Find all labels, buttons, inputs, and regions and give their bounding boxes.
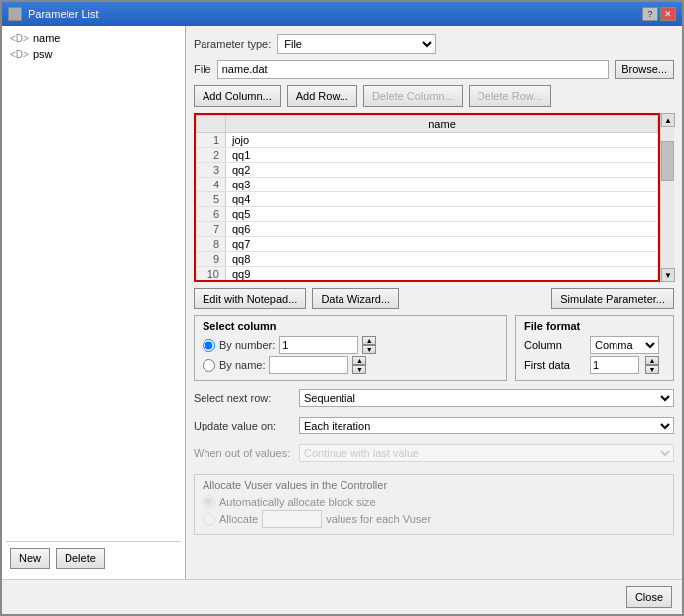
- close-title-button[interactable]: ✕: [660, 7, 676, 21]
- by-name-input[interactable]: [269, 356, 348, 374]
- manual-allocate-radio[interactable]: [203, 513, 215, 526]
- table-row[interactable]: 8qq7: [197, 237, 658, 252]
- row-num-cell: 4: [197, 178, 226, 192]
- file-row: File Browse...: [194, 60, 674, 79]
- when-out-label: When out of values:: [194, 447, 293, 459]
- title-bar: Parameter List ? ✕: [2, 2, 682, 26]
- dialog-title: Parameter List: [28, 8, 99, 20]
- row-name-cell: jojo: [226, 133, 658, 148]
- name-spinner-up[interactable]: ▲: [352, 356, 366, 365]
- select-column-box: Select column By number: ▲ ▼: [194, 315, 507, 381]
- table-row[interactable]: 2qq1: [197, 148, 658, 163]
- help-button[interactable]: ?: [642, 7, 658, 21]
- select-next-row-label: Select next row:: [194, 392, 293, 404]
- row-name-cell: qq1: [226, 148, 658, 163]
- first-data-row: First data ▲ ▼: [524, 356, 665, 374]
- file-label: File: [194, 63, 211, 75]
- by-number-label: By number:: [219, 339, 275, 351]
- select-next-row-select[interactable]: Sequential Random Unique: [299, 389, 674, 407]
- row-num-cell: 5: [197, 192, 226, 207]
- spinner-up[interactable]: ▲: [362, 336, 376, 345]
- first-data-input[interactable]: [590, 356, 639, 374]
- auto-allocate-row: Automatically allocate block size: [203, 495, 665, 508]
- update-value-row: Update value on: Each iteration Each occ…: [194, 417, 674, 434]
- table-row[interactable]: 3qq2: [197, 163, 658, 178]
- param-type-select[interactable]: File Table String Number: [277, 34, 436, 54]
- delete-row-button[interactable]: Delete Row...: [469, 85, 551, 107]
- row-name-cell: qq4: [226, 192, 658, 207]
- tree-item-psw[interactable]: <D> psw: [6, 46, 181, 62]
- spinner-down[interactable]: ▼: [362, 345, 376, 354]
- tree-icon-psw: <D>: [10, 49, 29, 60]
- column-format-select[interactable]: Comma Tab Space: [590, 336, 659, 354]
- browse-button[interactable]: Browse...: [615, 60, 674, 79]
- column-format-label: Column: [524, 339, 584, 351]
- row-num-cell: 3: [197, 163, 226, 178]
- first-data-spinner-up[interactable]: ▲: [645, 356, 659, 365]
- footer-close-button[interactable]: Close: [626, 586, 672, 608]
- row-num-cell: 2: [197, 148, 226, 163]
- table-row[interactable]: 6qq5: [197, 207, 658, 222]
- new-button[interactable]: New: [10, 548, 50, 569]
- when-out-select[interactable]: Continue with last value Abort Vuser Cyc…: [299, 444, 674, 462]
- tree-item-name[interactable]: <D> name: [6, 30, 181, 46]
- table-row[interactable]: 7qq6: [197, 222, 658, 237]
- delete-column-button[interactable]: Delete Column...: [363, 85, 463, 107]
- table-scrollbar[interactable]: ▲ ▼: [660, 113, 674, 282]
- edit-notepad-button[interactable]: Edit with Notepad...: [194, 288, 306, 309]
- dialog-footer: Close: [2, 579, 682, 614]
- by-number-input[interactable]: [279, 336, 358, 354]
- by-number-radio[interactable]: [203, 339, 215, 352]
- tree-label-psw: psw: [33, 48, 53, 60]
- row-num-cell: 6: [197, 207, 226, 222]
- simulate-param-button[interactable]: Simulate Parameter...: [551, 288, 674, 309]
- dialog-icon: [8, 7, 22, 21]
- table-row[interactable]: 9qq8: [197, 252, 658, 267]
- row-name-cell: qq2: [226, 163, 658, 178]
- data-table-area: name 1jojo2qq13qq24qq35qq46qq57qq68qq79q…: [194, 113, 660, 282]
- select-column-title: Select column: [203, 320, 498, 332]
- param-type-row: Parameter type: File Table String Number: [194, 34, 674, 54]
- by-name-radio[interactable]: [203, 359, 215, 372]
- table-row[interactable]: 5qq4: [197, 192, 658, 207]
- table-row[interactable]: 4qq3: [197, 178, 658, 192]
- select-next-row: Select next row: Sequential Random Uniqu…: [194, 389, 674, 407]
- values-label: values for each Vuser: [326, 513, 431, 525]
- update-value-select[interactable]: Each iteration Each occurrence Once: [299, 417, 674, 434]
- row-num-cell: 9: [197, 252, 226, 267]
- allocate-box: Allocate Vuser values in the Controller …: [194, 474, 674, 535]
- row-num-cell: 7: [197, 222, 226, 237]
- allocate-label: Allocate: [219, 513, 258, 525]
- column-row-buttons: Add Column... Add Row... Delete Column..…: [194, 85, 674, 107]
- auto-allocate-radio[interactable]: [203, 495, 215, 508]
- tree-label-name: name: [33, 32, 61, 44]
- data-wizard-button[interactable]: Data Wizard...: [312, 288, 399, 309]
- table-row[interactable]: 10qq9: [197, 267, 658, 282]
- add-row-button[interactable]: Add Row...: [287, 85, 357, 107]
- row-name-cell: qq6: [226, 222, 658, 237]
- file-format-title: File format: [524, 320, 665, 332]
- row-name-cell: qq5: [226, 207, 658, 222]
- name-spinner: ▲ ▼: [352, 356, 366, 374]
- when-out-row: When out of values: Continue with last v…: [194, 444, 674, 462]
- parameter-list-dialog: Parameter List ? ✕ <D> name <D> psw New …: [0, 0, 684, 616]
- file-format-box: File format Column Comma Tab Space First…: [515, 315, 674, 381]
- row-name-cell: qq7: [226, 237, 658, 252]
- number-spinner: ▲ ▼: [362, 336, 376, 354]
- title-bar-controls: ? ✕: [642, 7, 676, 21]
- edit-row: Edit with Notepad... Data Wizard... Simu…: [194, 288, 674, 309]
- data-table: name 1jojo2qq13qq24qq35qq46qq57qq68qq79q…: [196, 115, 658, 282]
- name-spinner-down[interactable]: ▼: [352, 365, 366, 374]
- file-input[interactable]: [217, 60, 609, 79]
- allocate-input[interactable]: [262, 510, 322, 528]
- dialog-body: <D> name <D> psw New Delete Parameter ty…: [2, 26, 682, 579]
- add-column-button[interactable]: Add Column...: [194, 85, 281, 107]
- row-num-cell: 8: [197, 237, 226, 252]
- first-data-label: First data: [524, 359, 584, 371]
- controls-row: Select column By number: ▲ ▼: [194, 315, 674, 381]
- delete-button[interactable]: Delete: [56, 548, 105, 569]
- first-data-spinner-down[interactable]: ▼: [645, 365, 659, 374]
- column-format-row: Column Comma Tab Space: [524, 336, 665, 354]
- table-header-name: name: [226, 116, 658, 133]
- table-row[interactable]: 1jojo: [197, 133, 658, 148]
